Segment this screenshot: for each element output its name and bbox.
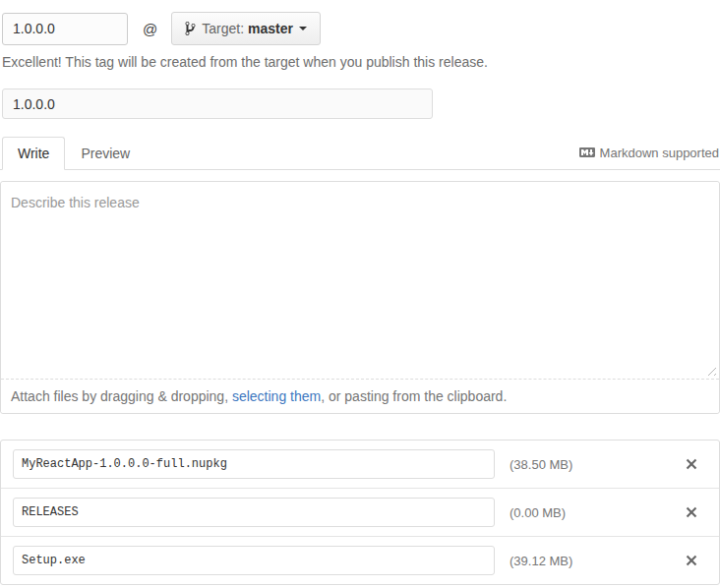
- attachment-filename-input[interactable]: [13, 546, 495, 575]
- tab-write[interactable]: Write: [2, 137, 65, 170]
- attachment-row: (0.00 MB): [1, 488, 719, 536]
- remove-attachment-button[interactable]: [684, 454, 699, 474]
- release-form: @ Target: master Excellent! This tag wil…: [0, 12, 720, 588]
- editor-area: [1, 182, 719, 379]
- remove-attachment-button[interactable]: [684, 502, 699, 522]
- attachment-row: (39.12 MB): [1, 536, 719, 584]
- tag-name-input[interactable]: [2, 13, 128, 45]
- select-files-link[interactable]: selecting them: [232, 388, 321, 404]
- attach-files-dropzone[interactable]: Attach files by dragging & dropping, sel…: [1, 379, 719, 413]
- close-icon: [686, 508, 697, 523]
- attach-text-before: Attach files by dragging & dropping,: [11, 388, 232, 404]
- remove-attachment-button[interactable]: [684, 551, 699, 570]
- chevron-down-icon: [299, 27, 307, 30]
- at-symbol: @: [143, 21, 157, 37]
- tag-validation-message: Excellent! This tag will be created from…: [2, 54, 720, 70]
- target-label: Target:: [202, 21, 244, 36]
- editor-tab-bar: Write Preview Markdown supported: [0, 137, 720, 170]
- attachments-list: (38.50 MB) (0.00 MB) (39.12 MB): [0, 440, 720, 585]
- attachment-filename-input[interactable]: [13, 498, 495, 527]
- close-icon: [686, 460, 697, 475]
- tab-preview[interactable]: Preview: [65, 137, 146, 170]
- close-icon: [686, 557, 697, 571]
- markdown-supported-note: Markdown supported: [579, 145, 720, 169]
- attach-text-after: , or pasting from the clipboard.: [321, 388, 507, 404]
- attachment-row: (38.50 MB): [1, 441, 719, 488]
- release-title-input[interactable]: [2, 88, 433, 119]
- attachment-filename-input[interactable]: [13, 449, 495, 479]
- release-description-textarea[interactable]: [1, 182, 719, 379]
- markdown-supported-label: Markdown supported: [600, 146, 719, 160]
- tag-row: @ Target: master: [2, 12, 720, 45]
- target-branch-button[interactable]: Target: master: [171, 12, 321, 45]
- attachment-size: (39.12 MB): [510, 554, 572, 568]
- target-branch-name: master: [248, 21, 293, 36]
- markdown-icon: [579, 145, 595, 160]
- release-body-editor: Attach files by dragging & dropping, sel…: [0, 181, 720, 414]
- attachment-size: (38.50 MB): [510, 457, 572, 472]
- attachment-size: (0.00 MB): [510, 505, 566, 520]
- git-branch-icon: [185, 21, 196, 36]
